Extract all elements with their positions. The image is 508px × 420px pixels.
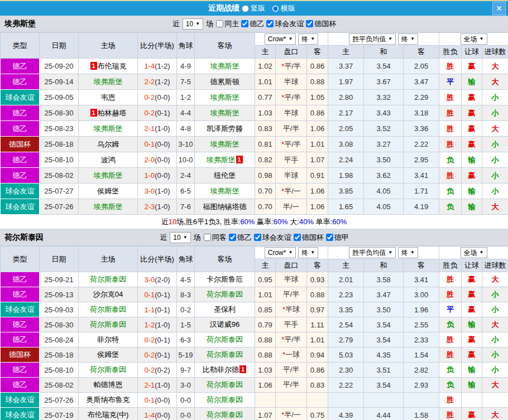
odds-source-dropdown[interactable]: Crow*▼	[265, 247, 296, 258]
avg-away: 1.58	[404, 408, 439, 420]
chevron-down-icon: ▼	[410, 248, 415, 258]
same-venue-checkbox[interactable]: 同客	[203, 233, 227, 243]
layout-radio-horizontal[interactable]: 横版	[270, 3, 295, 13]
red-card-badge: 1	[236, 156, 243, 163]
league-checkbox-input-1[interactable]	[254, 234, 261, 241]
avg-away: 1.96	[404, 302, 439, 317]
league-checkbox-1[interactable]: 球会友谊	[253, 233, 291, 243]
avg-away: 4.19	[404, 199, 439, 215]
corner-cell: 3-10	[177, 137, 195, 152]
home-team-name: 侯姆堡	[97, 350, 119, 359]
league-checkbox-label-3: 德甲	[334, 233, 349, 243]
away-team-name: 荷尔斯泰因	[207, 290, 243, 298]
chevron-down-icon: ▼	[480, 34, 484, 44]
home-team-name: 埃弗斯堡	[94, 202, 123, 211]
match-count-select-label: 10	[173, 233, 180, 243]
home-team: 荷尔斯泰因	[79, 302, 138, 317]
halftime-score: (0-1)	[155, 291, 170, 299]
result-handicap: 赢	[462, 137, 482, 152]
league-checkbox-input-3[interactable]	[326, 234, 333, 241]
odds-home: 0.98	[255, 168, 276, 184]
titlebar: 近期战绩 竖版 横版 ✕	[0, 1, 508, 16]
chevron-down-icon: ▼	[388, 34, 392, 44]
odds-final-dropdown[interactable]: 终▼	[298, 33, 318, 45]
odds-home: 1.01	[255, 287, 276, 302]
away-team-name: 埃弗斯堡	[210, 62, 239, 70]
league-checkbox-input-1[interactable]	[266, 20, 274, 27]
close-icon[interactable]: ✕	[492, 2, 506, 15]
corner-cell: 0-0	[177, 393, 195, 408]
home-team: 韦恩	[79, 90, 138, 105]
date-cell: 25-09-03	[40, 302, 79, 317]
summary-segment-8: 单率:	[314, 218, 332, 226]
league-checkbox-input-0[interactable]	[229, 234, 236, 241]
sub-col-header-1-0: 主	[328, 46, 364, 59]
result-goals: 小	[482, 90, 508, 105]
avg-final-dropdown[interactable]: 终▼	[398, 33, 418, 45]
same-venue-checkbox-input[interactable]	[216, 20, 223, 27]
date-cell: 25-09-13	[40, 287, 79, 302]
type-cell: 德乙	[1, 287, 40, 302]
avg-home: 2.54	[328, 317, 364, 332]
league-checkbox-input-2[interactable]	[294, 234, 301, 241]
result-goals: 小	[482, 287, 508, 302]
odds-home: 1.02	[255, 59, 276, 74]
league-checkbox-0[interactable]: 德乙	[228, 233, 252, 243]
odds-final-dropdown[interactable]: 终▼	[298, 247, 318, 258]
score-cell: 1-4(1-2)	[138, 59, 177, 74]
matches-table: 类型日期主场比分(半场)角球客场Crow*▼终▼胜平负均值▼终▼全场▼主盘口客主…	[0, 246, 508, 420]
date-cell: 25-08-30	[40, 105, 79, 121]
table-row: 球会友谊25-07-26奥斯纳布鲁克0-1(0-0)0-0荷尔斯泰因胜	[1, 393, 508, 408]
scope-dropdown[interactable]: 全场▼	[461, 33, 487, 45]
date-cell: 25-07-26	[40, 393, 79, 408]
corner-cell: 8-3	[177, 287, 195, 302]
same-venue-checkbox[interactable]: 同主	[215, 19, 239, 29]
odds-source-dropdown[interactable]: Crow*▼	[265, 33, 296, 45]
result-wdl: 平	[439, 74, 462, 90]
corner-cell: 6-3	[177, 332, 195, 347]
avg-away: 2.33	[404, 332, 439, 347]
home-team: 埃弗斯堡	[79, 168, 138, 184]
result-wdl: 负	[439, 184, 462, 199]
sub-col-header-2-0: 胜负	[439, 259, 462, 272]
header-group-0: Crow*▼终▼	[255, 33, 328, 46]
league-checkbox-2[interactable]: 德国杯	[305, 19, 336, 29]
league-checkbox-2[interactable]: 德国杯	[293, 233, 324, 243]
red-card-badge: 1	[239, 365, 246, 373]
league-checkbox-0[interactable]: 德乙	[240, 19, 264, 29]
halftime-score: (1-0)	[155, 202, 170, 211]
avg-source-dropdown[interactable]: 胜平负均值▼	[349, 33, 396, 45]
filter-controls: 近10▼场同客德乙球会友谊德国杯德甲	[158, 232, 349, 243]
horizontal-radio-label: 横版	[281, 3, 295, 13]
league-checkbox-3[interactable]: 德甲	[325, 233, 349, 243]
result-handicap: 赢	[462, 59, 482, 74]
match-count-select[interactable]: 10▼	[170, 232, 190, 243]
vertical-radio-input[interactable]	[242, 5, 249, 12]
summary-segment-6: 大:	[288, 218, 299, 226]
avg-final-dropdown[interactable]: 终▼	[398, 247, 418, 258]
odds-handicap: *平/半	[276, 137, 307, 152]
horizontal-radio-input[interactable]	[272, 5, 279, 12]
odds-handicap: 平/半	[276, 363, 307, 378]
layout-radio-vertical[interactable]: 竖版	[239, 3, 265, 13]
home-team: 荷尔斯泰因	[79, 317, 138, 332]
league-checkbox-input-2[interactable]	[306, 20, 313, 27]
date-cell: 25-08-24	[40, 332, 79, 347]
odds-away: 1.06	[307, 121, 328, 137]
league-checkbox-1[interactable]: 球会友谊	[265, 19, 304, 29]
date-cell: 25-08-02	[40, 168, 79, 184]
scope-dropdown[interactable]: 全场▼	[461, 247, 487, 258]
avg-draw: 3.54	[364, 317, 404, 332]
same-venue-checkbox-input[interactable]	[204, 234, 211, 241]
home-team-name: 韦恩	[101, 93, 116, 102]
home-team: 荷尔斯泰因	[79, 363, 138, 378]
match-count-select[interactable]: 10▼	[183, 18, 203, 30]
league-checkbox-input-0[interactable]	[241, 20, 248, 27]
odds-away: 0.88	[307, 74, 328, 90]
away-team: 圣保利	[195, 302, 255, 317]
score-cell: 2-1(1-0)	[138, 378, 177, 393]
away-team: 荷尔斯泰因	[195, 287, 255, 302]
avg-source-dropdown[interactable]: 胜平负均值▼	[349, 247, 396, 258]
home-team: 乌尔姆	[79, 137, 138, 152]
avg-home: 2.01	[328, 272, 364, 287]
